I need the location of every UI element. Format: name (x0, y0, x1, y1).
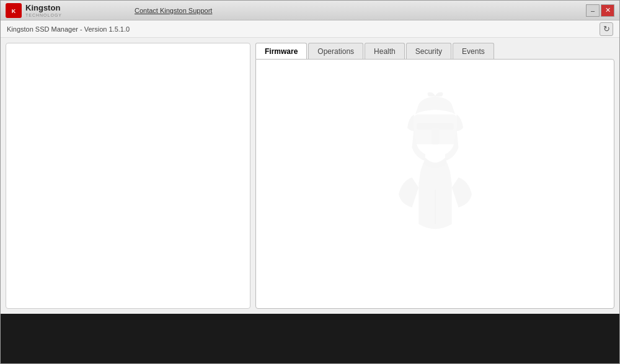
tab-health[interactable]: Health (365, 43, 405, 59)
tabs-bar: Firmware Operations Health Security Even… (255, 38, 614, 59)
main-content: Firmware Operations Health Security Even… (1, 38, 619, 314)
watermark-container (256, 60, 614, 308)
right-panel: Firmware Operations Health Security Even… (250, 38, 619, 314)
bottom-status-bar (1, 314, 619, 363)
version-bar: Kingston SSD Manager - Version 1.5.1.0 ↻ (1, 20, 619, 38)
close-button[interactable]: ✕ (601, 4, 614, 17)
kingston-logo: K Kingston TECHNOLOGY (6, 2, 80, 19)
refresh-icon: ↻ (603, 24, 610, 33)
svg-text:TECHNOLOGY: TECHNOLOGY (25, 13, 62, 17)
tab-content-area (255, 59, 614, 309)
svg-text:Kingston: Kingston (25, 3, 60, 12)
svg-rect-6 (431, 127, 439, 144)
svg-text:K: K (12, 8, 16, 14)
tab-operations[interactable]: Operations (308, 43, 363, 59)
logo-svg: K Kingston TECHNOLOGY (6, 2, 80, 19)
main-window: K Kingston TECHNOLOGY Contact Kingston S… (0, 0, 620, 364)
minimize-button[interactable]: – (586, 4, 600, 17)
tab-security[interactable]: Security (406, 43, 451, 59)
title-bar-left: K Kingston TECHNOLOGY Contact Kingston S… (6, 2, 212, 19)
title-bar: K Kingston TECHNOLOGY Contact Kingston S… (1, 1, 619, 20)
refresh-button[interactable]: ↻ (600, 22, 613, 36)
window-controls: – ✕ (586, 4, 614, 17)
tab-events[interactable]: Events (453, 43, 494, 59)
kingston-knight-watermark (367, 91, 503, 277)
tab-firmware[interactable]: Firmware (255, 43, 307, 59)
device-list-panel (6, 43, 250, 309)
contact-support-link[interactable]: Contact Kingston Support (135, 7, 212, 14)
version-label: Kingston SSD Manager - Version 1.5.1.0 (7, 25, 130, 33)
